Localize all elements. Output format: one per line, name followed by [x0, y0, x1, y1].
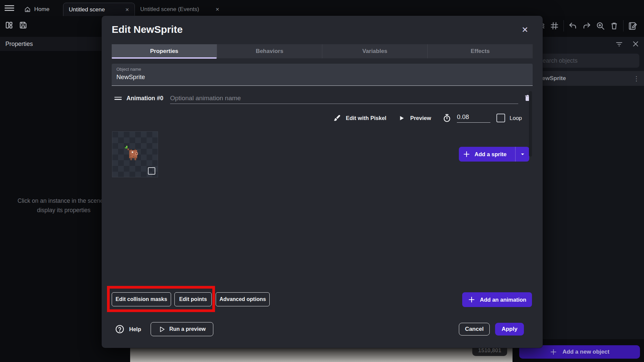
add-a-sprite-button[interactable]: Add a sprite — [459, 147, 511, 162]
loop-checkbox[interactable] — [496, 114, 505, 122]
select-frame-checkbox[interactable] — [148, 167, 155, 175]
animation-row: Animation #0 — [112, 92, 534, 105]
object-menu-kebab-icon[interactable]: ⋮ — [633, 75, 640, 82]
pig-sprite-image — [123, 146, 143, 164]
toolbar-divider — [623, 20, 624, 32]
search-objects-field[interactable] — [533, 54, 639, 68]
save-icon[interactable] — [19, 21, 28, 29]
loop-label: Loop — [509, 115, 522, 121]
cancel-button[interactable]: Cancel — [459, 323, 490, 336]
time-between-frames-input[interactable] — [457, 113, 490, 123]
redo-icon[interactable] — [582, 21, 591, 31]
home-icon — [24, 6, 31, 13]
edit-points-button[interactable]: Edit points — [174, 292, 212, 306]
edit-scene-properties-icon[interactable] — [628, 21, 637, 31]
zoom-in-icon[interactable] — [596, 21, 605, 31]
timer-icon — [442, 114, 451, 123]
tab-behaviors[interactable]: Behaviors — [217, 44, 322, 58]
play-outline-icon — [158, 326, 165, 333]
panels-icon[interactable] — [5, 21, 13, 29]
dialog-close-icon[interactable]: ✕ — [520, 24, 530, 35]
edit-with-piskel-button[interactable]: Edit with Piskel — [346, 115, 386, 121]
sprite-frame-thumbnail[interactable] — [112, 131, 158, 177]
gdevelop-window: Home Untitled scene ✕ Untitled scene (Ev… — [0, 0, 644, 362]
tab-home-label: Home — [34, 6, 49, 13]
close-panel-icon[interactable] — [632, 40, 639, 48]
object-name-label: Object name — [116, 67, 533, 72]
tab-close-icon[interactable]: ✕ — [125, 7, 129, 12]
delete-icon[interactable] — [609, 21, 619, 31]
dialog-scrollbar[interactable] — [529, 91, 532, 157]
scene-toolbar-left — [5, 21, 28, 29]
edit-collision-masks-button[interactable]: Edit collision masks — [112, 292, 171, 306]
scene-toolbar-right — [536, 20, 637, 32]
plus-icon — [468, 296, 475, 303]
animation-label: Animation #0 — [126, 95, 163, 102]
dialog-tab-strip: Properties Behaviors Variables Effects — [112, 44, 533, 58]
object-name-field[interactable]: Object name — [112, 64, 533, 86]
object-list-item[interactable]: NewSprite ⋮ — [533, 71, 644, 86]
tab-home[interactable]: Home — [19, 3, 55, 16]
filter-icon[interactable] — [615, 40, 623, 48]
tab-untitled-scene[interactable]: Untitled scene ✕ — [63, 3, 135, 16]
tab-untitled-scene-events[interactable]: Untitled scene (Events) ✕ — [135, 3, 225, 16]
objects-panel-header — [533, 37, 644, 51]
chevron-down-icon — [520, 152, 525, 157]
advanced-options-button[interactable]: Advanced options — [216, 292, 270, 306]
search-objects-input[interactable] — [533, 54, 639, 68]
toolbar-divider — [564, 20, 564, 32]
add-an-animation-button[interactable]: Add an animation — [462, 292, 532, 307]
add-sprite-dropdown-button[interactable] — [515, 147, 529, 162]
scene-canvas[interactable] — [130, 348, 513, 362]
brush-icon — [333, 114, 341, 122]
top-tab-bar: Home Untitled scene ✕ Untitled scene (Ev… — [0, 0, 644, 16]
undo-icon[interactable] — [568, 21, 578, 31]
plus-icon — [463, 150, 470, 158]
properties-panel-title: Properties — [5, 41, 33, 48]
tab-variables[interactable]: Variables — [322, 44, 428, 58]
grid-icon[interactable] — [550, 21, 559, 31]
dialog-title: Edit NewSprite — [112, 24, 183, 35]
tab-scene-label: Untitled scene — [69, 6, 105, 13]
edit-object-dialog: Edit NewSprite ✕ Properties Behaviors Va… — [102, 16, 543, 348]
animation-name-input[interactable] — [170, 93, 518, 104]
object-name-input[interactable] — [116, 73, 519, 81]
tab-close-icon[interactable]: ✕ — [215, 7, 219, 12]
add-a-sprite-split-button: Add a sprite — [459, 147, 529, 162]
project-manager-menu-icon[interactable] — [4, 5, 14, 11]
drag-handle-icon[interactable] — [114, 96, 122, 101]
help-button[interactable]: Help — [115, 324, 141, 334]
tab-events-label: Untitled scene (Events) — [140, 6, 199, 13]
help-icon — [115, 324, 124, 334]
play-icon — [398, 115, 405, 121]
objects-list-empty-area — [533, 86, 644, 339]
plus-icon — [550, 348, 557, 356]
apply-button[interactable]: Apply — [495, 323, 524, 336]
tab-effects[interactable]: Effects — [428, 44, 533, 58]
animation-controls-row: Edit with Piskel Preview Loop — [112, 111, 533, 125]
tab-properties[interactable]: Properties — [112, 44, 217, 58]
run-a-preview-button[interactable]: Run a preview — [151, 322, 213, 336]
dialog-footer: Help Run a preview Cancel Apply — [112, 321, 533, 337]
preview-button[interactable]: Preview — [410, 115, 431, 121]
